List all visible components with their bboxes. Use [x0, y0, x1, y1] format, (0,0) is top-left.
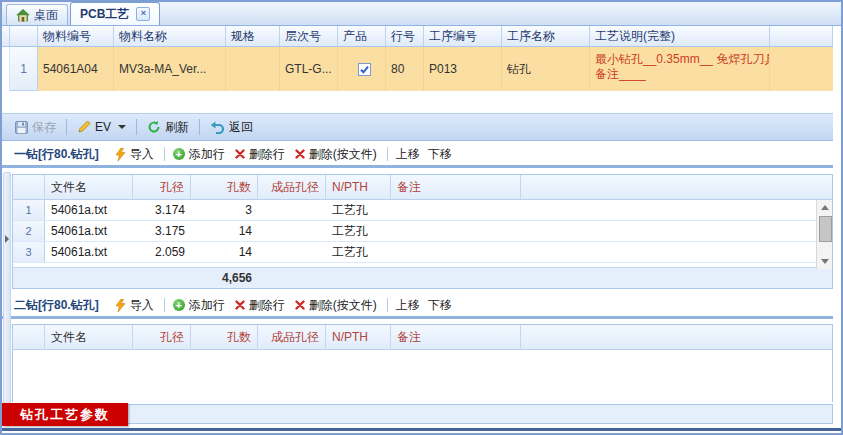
- cell-material-no: 54061A04: [38, 47, 114, 91]
- splitter-arrow-icon: [5, 235, 9, 243]
- col-process-name[interactable]: 工序名称: [502, 26, 590, 46]
- col-hole-count[interactable]: 孔数: [191, 325, 258, 349]
- col-line-no[interactable]: 行号: [386, 26, 424, 46]
- col-process-no[interactable]: 工序编号: [424, 26, 502, 46]
- master-grid-row[interactable]: 1 54061A04 MV3a-MA_Ver... GTL-G... 80 P0…: [2, 47, 833, 91]
- refresh-label: 刷新: [165, 119, 189, 136]
- import-button[interactable]: 导入: [115, 297, 154, 314]
- desc-line2: 备注____: [595, 67, 646, 81]
- col-layer-no[interactable]: 层次号: [280, 26, 338, 46]
- delete-row-button[interactable]: 删除行: [235, 297, 285, 314]
- section-drill2-title: 二钻[行80.钻孔]: [14, 297, 99, 314]
- col-hole-count[interactable]: 孔数: [191, 175, 258, 199]
- delete-x-icon: [295, 300, 305, 310]
- product-checkbox[interactable]: [358, 63, 371, 76]
- col-note[interactable]: 备注: [391, 325, 521, 349]
- drill-file-row[interactable]: 2 54061a.txt 3.175 14 工艺孔: [13, 221, 832, 242]
- cell-finished-diameter: [258, 200, 326, 220]
- save-icon: [15, 121, 28, 134]
- scroll-up-icon[interactable]: [821, 205, 829, 210]
- drill2-table-header: 文件名 孔径 孔数 成品孔径 N/PTH 备注: [13, 325, 832, 350]
- col-note[interactable]: 备注: [391, 175, 521, 199]
- close-icon[interactable]: ×: [136, 7, 150, 21]
- move-up-button[interactable]: 上移: [396, 146, 420, 163]
- col-product[interactable]: 产品: [338, 26, 386, 46]
- move-up-button[interactable]: 上移: [396, 297, 420, 314]
- ev-dropdown-button[interactable]: EV: [72, 118, 131, 136]
- toolbar-separator: [199, 119, 200, 135]
- save-button[interactable]: 保存: [10, 117, 61, 138]
- col-finished-diameter[interactable]: 成品孔径: [258, 175, 326, 199]
- cell-hole-count: 14: [191, 242, 258, 262]
- col-hole-diameter[interactable]: 孔径: [133, 175, 191, 199]
- col-finished-diameter[interactable]: 成品孔径: [258, 325, 326, 349]
- row-pad: [2, 47, 10, 91]
- add-row-button[interactable]: + 添加行: [173, 146, 225, 163]
- back-arrow-icon: [210, 121, 225, 134]
- header-rownum: [10, 26, 38, 46]
- col-material-no[interactable]: 物料编号: [38, 26, 114, 46]
- col-spec[interactable]: 规格: [226, 26, 280, 46]
- col-filename[interactable]: 文件名: [45, 325, 133, 349]
- tab-desktop-label: 桌面: [34, 7, 58, 24]
- move-down-button[interactable]: 下移: [428, 297, 452, 314]
- cell-filename: 54061a.txt: [45, 221, 133, 241]
- panel-splitter[interactable]: [3, 172, 11, 404]
- import-label: 导入: [130, 146, 154, 163]
- cell-hole-count: 14: [191, 221, 258, 241]
- cell-spec: [226, 47, 280, 91]
- cell-hole-diameter: 3.175: [133, 221, 191, 241]
- header-filler: [521, 175, 832, 199]
- drill-params-banner-label: 钻孔工艺参数: [20, 406, 110, 424]
- cell-note: [391, 200, 521, 220]
- scroll-down-icon[interactable]: [821, 259, 829, 264]
- col-hole-diameter[interactable]: 孔径: [133, 325, 191, 349]
- refresh-button[interactable]: 刷新: [142, 117, 194, 138]
- cell-filler: [521, 242, 832, 262]
- cell-process-name: 钻孔: [502, 47, 590, 91]
- delete-x-icon: [295, 149, 305, 159]
- cell-line-no: 80: [386, 47, 424, 91]
- scrollbar-thumb[interactable]: [819, 216, 832, 242]
- drill-file-row[interactable]: 3 54061a.txt 2.059 14 工艺孔: [13, 242, 832, 263]
- section-drill2-bar: 二钻[行80.钻孔] 导入 + 添加行 删除行 删除(按文件) 上移 下移: [2, 294, 833, 319]
- import-button[interactable]: 导入: [115, 146, 154, 163]
- cell-hole-count: 3: [191, 200, 258, 220]
- row-filler: [770, 47, 833, 91]
- add-row-button[interactable]: + 添加行: [173, 297, 225, 314]
- cell-hole-diameter: 3.174: [133, 200, 191, 220]
- lightning-icon: [115, 148, 126, 161]
- app-window: 桌面 PCB工艺 × 物料编号 物料名称 规格 层次号 产品 行号 工序编号 工…: [0, 0, 843, 435]
- add-icon: +: [173, 148, 185, 160]
- vertical-scrollbar[interactable]: [816, 200, 832, 269]
- header-filler: [770, 26, 833, 46]
- back-label: 返回: [229, 119, 253, 136]
- cell-layer-no: GTL-G...: [280, 47, 338, 91]
- tab-desktop[interactable]: 桌面: [6, 4, 68, 25]
- row-number: 1: [10, 47, 38, 91]
- cell-finished-diameter: [258, 242, 326, 262]
- section-separator: [164, 147, 165, 161]
- total-hole-count: 4,656: [191, 271, 258, 285]
- move-down-button[interactable]: 下移: [428, 146, 452, 163]
- col-npth[interactable]: N/PTH: [326, 175, 391, 199]
- col-npth[interactable]: N/PTH: [326, 325, 391, 349]
- add-row-label: 添加行: [189, 297, 225, 314]
- delete-row-button[interactable]: 删除行: [235, 146, 285, 163]
- window-bottom-border: [2, 428, 841, 431]
- cell-finished-diameter: [258, 221, 326, 241]
- delete-by-file-button[interactable]: 删除(按文件): [295, 146, 377, 163]
- cell-process-desc: 最小钻孔__0.35mm__ 免焊孔刀具____ 备注____: [590, 47, 770, 91]
- delete-row-label: 删除行: [249, 297, 285, 314]
- back-button[interactable]: 返回: [205, 117, 258, 138]
- tab-pcb-process[interactable]: PCB工艺 ×: [70, 2, 160, 25]
- col-process-desc[interactable]: 工艺说明(完整): [590, 26, 770, 46]
- cell-filler: [521, 200, 832, 220]
- toolbar-separator: [136, 119, 137, 135]
- toolbar-separator: [66, 119, 67, 135]
- col-filename[interactable]: 文件名: [45, 175, 133, 199]
- col-material-name[interactable]: 物料名称: [114, 26, 226, 46]
- delete-by-file-button[interactable]: 删除(按文件): [295, 297, 377, 314]
- drill2-empty-body: [13, 350, 832, 402]
- drill-file-row[interactable]: 1 54061a.txt 3.174 3 工艺孔: [13, 200, 832, 221]
